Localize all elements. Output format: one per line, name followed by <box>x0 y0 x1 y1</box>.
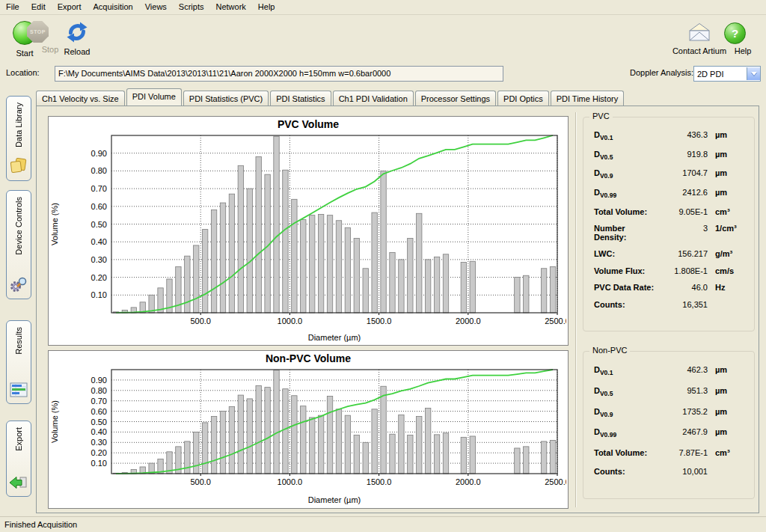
stat-value: 462.3 <box>658 365 708 374</box>
stat-unit: µm <box>708 386 748 395</box>
svg-text:0.30: 0.30 <box>91 438 107 447</box>
menu-item-file[interactable]: File <box>0 0 25 14</box>
tab-ch1-pdi-validation[interactable]: Ch1 PDI Validation <box>333 91 414 106</box>
location-field[interactable]: F:\My Documents\AIMS Data\2013\2013\11\2… <box>55 66 503 82</box>
tab-pdi-time-history[interactable]: PDI Time History <box>551 91 625 106</box>
svg-text:0.90: 0.90 <box>91 149 107 158</box>
menu-item-help[interactable]: Help <box>252 0 281 14</box>
stat-row: Total Volume:7.87E-1cm³ <box>594 448 748 457</box>
chevron-down-icon[interactable] <box>747 67 760 80</box>
doppler-analysis-combo[interactable]: 2D PDI <box>693 66 761 82</box>
pvc-chart-title: PVC Volume <box>49 117 568 132</box>
stat-row: DV0.992467.9µm <box>594 427 748 438</box>
svg-text:1000.0: 1000.0 <box>278 477 303 486</box>
svg-text:Diameter (µm): Diameter (µm) <box>308 333 361 342</box>
menu-item-acquisition[interactable]: Acquisition <box>88 0 139 14</box>
menu-item-views[interactable]: Views <box>139 0 173 14</box>
stat-row: Total Volume:9.05E-1cm³ <box>594 207 748 216</box>
tab-processor-settings[interactable]: Processor Settings <box>415 91 496 106</box>
sidebar: Data LibraryDevice ControlsResultsExport <box>0 84 35 516</box>
nonpvc-chart-title: Non-PVC Volume <box>49 351 568 367</box>
stat-unit: µm <box>708 427 748 436</box>
svg-text:2000.0: 2000.0 <box>456 477 481 486</box>
stat-value: 46.0 <box>658 283 708 292</box>
menu-item-scripts[interactable]: Scripts <box>173 0 210 14</box>
stat-label: DV0.5 <box>594 150 658 161</box>
stat-row: DV0.5919.8µm <box>594 150 748 161</box>
stat-row: Volume Flux:1.808E-1cm/s <box>594 266 748 275</box>
stat-label: Total Volume: <box>594 207 658 216</box>
stat-unit: µm <box>708 150 748 159</box>
stat-unit: g/m³ <box>708 249 748 258</box>
stat-unit: µm <box>708 365 748 374</box>
toolbar: Start STOP Stop Reload <box>0 15 766 63</box>
stat-label: Counts: <box>594 300 658 309</box>
location-row: Location: F:\My Documents\AIMS Data\2013… <box>0 63 766 84</box>
svg-text:0.40: 0.40 <box>91 427 107 436</box>
chart-grid-icon <box>10 382 28 399</box>
stat-value: 951.3 <box>658 386 708 395</box>
sidebar-item-data-library[interactable]: Data Library <box>6 96 31 181</box>
svg-text:0.60: 0.60 <box>91 407 107 416</box>
sidebar-item-label: Device Controls <box>14 197 23 255</box>
reload-icon <box>66 21 88 45</box>
sidebar-item-device-controls[interactable]: Device Controls <box>6 190 31 299</box>
svg-text:1500.0: 1500.0 <box>367 477 392 486</box>
tab-strip: Ch1 Velocity vs. SizePDI VolumePDI Stati… <box>36 90 760 106</box>
stat-label: Total Volume: <box>594 448 658 457</box>
contact-artium-button[interactable]: Contact Artium <box>672 22 727 55</box>
stat-row: DV0.992412.6µm <box>594 188 748 199</box>
stat-label: DV0.1 <box>594 130 658 141</box>
stat-row: DV0.91735.2µm <box>594 407 748 418</box>
stat-unit: µm <box>708 130 748 139</box>
menu-bar: FileEditExportAcquisitionViewsScriptsNet… <box>0 0 766 15</box>
reload-button-label: Reload <box>54 47 100 56</box>
help-button-label: Help <box>724 46 762 55</box>
menu-item-export[interactable]: Export <box>52 0 88 14</box>
stat-row: Counts:16,351 <box>594 300 748 309</box>
stat-unit: cm/s <box>708 266 748 275</box>
tab-pdi-statistics-pvc[interactable]: PDI Statistics (PVC) <box>183 91 269 106</box>
stat-unit: cm³ <box>708 448 748 457</box>
stat-value: 1704.7 <box>658 168 708 177</box>
stat-label: DV0.1 <box>594 365 658 376</box>
sidebar-item-results[interactable]: Results <box>6 320 31 404</box>
svg-text:0.30: 0.30 <box>91 255 107 264</box>
svg-text:0.70: 0.70 <box>91 397 107 406</box>
location-label: Location: <box>6 68 40 77</box>
reload-button[interactable]: Reload <box>54 21 100 56</box>
nonpvc-groupbox-title: Non-PVC <box>589 346 630 355</box>
menu-item-edit[interactable]: Edit <box>25 0 52 14</box>
svg-text:2500.0: 2500.0 <box>545 477 566 486</box>
help-button[interactable]: ? Help <box>724 22 762 55</box>
stat-row: DV0.91704.7µm <box>594 168 748 180</box>
svg-text:2000.0: 2000.0 <box>456 317 481 325</box>
stat-unit: 1/cm³ <box>708 224 748 233</box>
folders-icon <box>10 158 28 176</box>
status-bar: Finished Acquisition <box>0 516 766 532</box>
tab-pdi-statistics[interactable]: PDI Statistics <box>270 91 331 106</box>
contact-artium-label: Contact Artium <box>672 46 727 55</box>
stat-value: 10,001 <box>658 467 708 476</box>
menu-item-network[interactable]: Network <box>209 0 251 14</box>
export-arrow-icon <box>9 475 28 492</box>
tab-pdi-optics[interactable]: PDI Optics <box>497 91 549 106</box>
stat-row: Number Density:31/cm³ <box>594 224 748 242</box>
sidebar-item-label: Export <box>14 427 23 451</box>
tab-content-pdi-volume: PVC Volume 0.100.200.300.400.500.600.700… <box>36 106 759 513</box>
stat-label: PVC Data Rate: <box>594 283 658 292</box>
svg-text:0.20: 0.20 <box>91 273 107 282</box>
stat-row: LWC:156.217g/m³ <box>594 249 748 258</box>
stat-row: DV0.1462.3µm <box>594 365 748 376</box>
pvc-volume-chart: 0.100.200.300.400.500.600.700.800.90500.… <box>49 132 566 344</box>
sidebar-item-export[interactable]: Export <box>6 421 31 497</box>
svg-text:0.10: 0.10 <box>91 459 107 468</box>
tab-ch1-velocity-vs-size[interactable]: Ch1 Velocity vs. Size <box>36 91 125 106</box>
tab-pdi-volume[interactable]: PDI Volume <box>126 88 182 106</box>
help-icon: ? <box>724 22 746 44</box>
stat-value: 16,351 <box>658 300 708 309</box>
doppler-analysis-label: Doppler Analysis: <box>630 68 693 77</box>
svg-text:1000.0: 1000.0 <box>278 317 303 325</box>
stat-label: DV0.99 <box>594 188 658 199</box>
stat-row: DV0.5951.3µm <box>594 386 748 397</box>
